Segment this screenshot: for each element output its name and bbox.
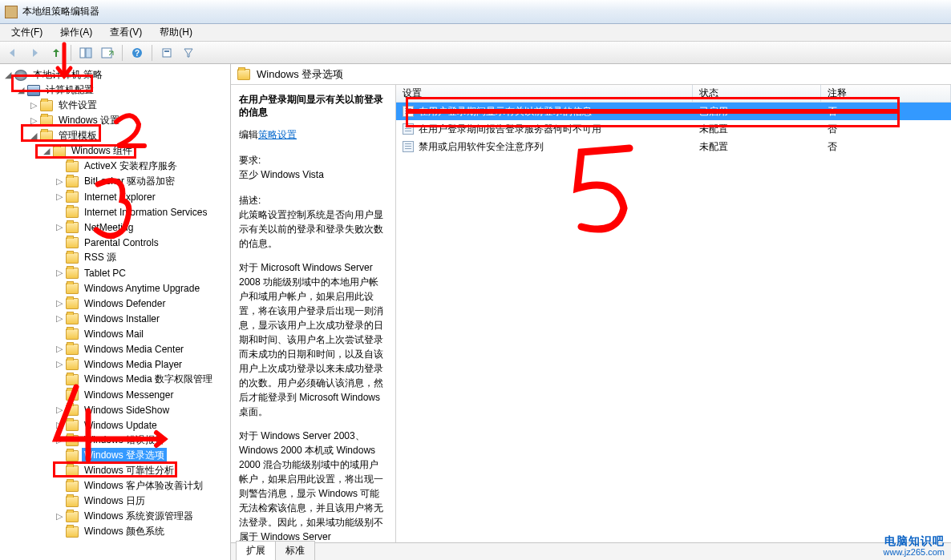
desc-label: 描述: bbox=[239, 193, 387, 207]
tree-item[interactable]: ▷Windows Media Center bbox=[2, 341, 229, 357]
tree-item[interactable]: ▷Windows SideShow bbox=[2, 402, 229, 417]
back-button[interactable] bbox=[3, 44, 22, 62]
chevron-right-icon[interactable]: ▷ bbox=[55, 359, 64, 369]
tree-label: 管理模板 bbox=[56, 128, 99, 143]
tree-item[interactable]: Windows 日历 bbox=[2, 494, 229, 509]
up-button[interactable] bbox=[47, 44, 66, 62]
tree-label: Windows 错误报告 bbox=[82, 433, 167, 448]
requirements: 要求: 至少 Windows Vista bbox=[239, 153, 387, 182]
tree-windows-components[interactable]: ◢ Windows 组件 bbox=[2, 143, 229, 159]
list-body[interactable]: 在用户登录期间显示有关以前登录的信息已启用否在用户登录期间报告登录服务器何时不可… bbox=[396, 103, 951, 542]
tree-item[interactable]: ▷BitLocker 驱动器加密 bbox=[2, 174, 229, 189]
cell-state: 未配置 bbox=[693, 123, 821, 136]
edit-line: 编辑策略设置 bbox=[239, 128, 387, 142]
folder-icon bbox=[237, 69, 250, 80]
chevron-right-icon[interactable]: ▷ bbox=[55, 313, 64, 324]
menu-file[interactable]: 文件(F) bbox=[3, 24, 51, 41]
tab-extended[interactable]: 扩展 bbox=[236, 541, 276, 560]
tree-label: Tablet PC bbox=[82, 267, 128, 280]
chevron-right-icon[interactable]: ▷ bbox=[55, 405, 64, 415]
tree-item[interactable]: ▷Windows 错误报告 bbox=[2, 433, 229, 448]
tree-item[interactable]: ▷Tablet PC bbox=[2, 265, 229, 280]
menu-view[interactable]: 查看(V) bbox=[102, 24, 150, 41]
chevron-right-icon[interactable]: ▷ bbox=[55, 222, 64, 232]
tree-item[interactable]: Windows Messenger bbox=[2, 387, 229, 402]
tree-admin-templates[interactable]: ◢ 管理模板 bbox=[2, 128, 229, 143]
chevron-down-icon[interactable]: ◢ bbox=[42, 146, 51, 156]
list-row[interactable]: 禁用或启用软件安全注意序列未配置否 bbox=[396, 138, 951, 155]
folder-icon bbox=[66, 389, 79, 401]
tree-item[interactable]: Internet Information Services bbox=[2, 204, 229, 220]
chevron-right-icon[interactable]: ▷ bbox=[55, 435, 64, 445]
chevron-down-icon[interactable]: ◢ bbox=[3, 70, 13, 80]
tree-item[interactable]: ▷Windows Update bbox=[2, 417, 229, 433]
col-comment[interactable]: 注释 bbox=[821, 85, 951, 102]
policy-item-icon bbox=[403, 106, 414, 117]
chevron-down-icon[interactable]: ◢ bbox=[29, 131, 38, 141]
tree-item[interactable]: ActiveX 安装程序服务 bbox=[2, 159, 229, 174]
col-setting[interactable]: 设置 bbox=[396, 85, 693, 102]
tree-pane[interactable]: ◢ 本地计算机 策略 ◢ 计算机配置 ▷ 软件设置 ▷ Windows 设置 ◢ bbox=[0, 64, 231, 560]
tree-label: NetMeeting bbox=[82, 221, 136, 234]
chevron-right-icon[interactable]: ▷ bbox=[55, 191, 64, 202]
tree-label: BitLocker 驱动器加密 bbox=[82, 174, 177, 189]
tree-root[interactable]: ◢ 本地计算机 策略 bbox=[2, 67, 229, 83]
svg-rect-5 bbox=[163, 49, 171, 57]
export-list-button[interactable] bbox=[98, 44, 117, 62]
folder-icon bbox=[66, 511, 79, 522]
cell-setting: 禁用或启用软件安全注意序列 bbox=[396, 140, 693, 154]
settings-list: 设置 状态 注释 在用户登录期间显示有关以前登录的信息已启用否在用户登录期间报告… bbox=[396, 85, 951, 542]
watermark-line2: www.jz265.com bbox=[884, 547, 945, 557]
cell-comment: 否 bbox=[821, 105, 951, 119]
tree-item[interactable]: ▷Windows 系统资源管理器 bbox=[2, 509, 229, 524]
tree-item[interactable]: ▷Windows Defender bbox=[2, 296, 229, 311]
col-state[interactable]: 状态 bbox=[693, 85, 821, 102]
tree-item[interactable]: Windows Mail bbox=[2, 326, 229, 341]
tree-item[interactable]: ▷Windows Media Player bbox=[2, 357, 229, 372]
tree-item[interactable]: Windows 颜色系统 bbox=[2, 524, 229, 539]
list-row[interactable]: 在用户登录期间显示有关以前登录的信息已启用否 bbox=[396, 103, 951, 120]
tree-label: Windows Mail bbox=[82, 328, 146, 340]
tree-computer-config[interactable]: ◢ 计算机配置 bbox=[2, 83, 229, 98]
svg-rect-0 bbox=[80, 48, 85, 58]
forward-button[interactable] bbox=[25, 44, 44, 62]
tree-item[interactable]: Windows 可靠性分析 bbox=[2, 463, 229, 478]
properties-button[interactable] bbox=[157, 44, 176, 62]
tree-label: Parental Controls bbox=[82, 236, 161, 249]
tree-item[interactable]: Windows Media 数字权限管理 bbox=[2, 372, 229, 387]
tree-label: ActiveX 安装程序服务 bbox=[82, 159, 180, 174]
help-button[interactable]: ? bbox=[127, 44, 147, 62]
tree-item[interactable]: Parental Controls bbox=[2, 235, 229, 250]
chevron-right-icon[interactable]: ▷ bbox=[55, 511, 64, 522]
tree-item[interactable]: ▷NetMeeting bbox=[2, 220, 229, 235]
tree-item[interactable]: ▷ Windows 设置 bbox=[2, 113, 229, 128]
show-hide-tree-button[interactable] bbox=[76, 44, 95, 62]
tree-item[interactable]: ▷Windows Installer bbox=[2, 311, 229, 326]
toolbar-separator bbox=[122, 45, 123, 61]
tree-item[interactable]: ▷Internet Explorer bbox=[2, 189, 229, 204]
chevron-down-icon[interactable]: ◢ bbox=[16, 85, 26, 95]
tree-label: Windows Media Player bbox=[82, 358, 184, 371]
chevron-right-icon[interactable]: ▷ bbox=[29, 115, 38, 126]
tree-label: Windows 组件 bbox=[69, 143, 135, 159]
menu-action[interactable]: 操作(A) bbox=[52, 24, 100, 41]
folder-icon bbox=[66, 405, 79, 416]
tab-standard[interactable]: 标准 bbox=[275, 541, 315, 560]
chevron-right-icon[interactable]: ▷ bbox=[55, 344, 64, 354]
chevron-right-icon[interactable]: ▷ bbox=[55, 268, 64, 278]
tree-item[interactable]: RSS 源 bbox=[2, 250, 229, 265]
tree-item[interactable]: ▷ 软件设置 bbox=[2, 98, 229, 113]
chevron-right-icon[interactable]: ▷ bbox=[55, 298, 64, 308]
chevron-right-icon[interactable]: ▷ bbox=[29, 100, 38, 111]
filter-button[interactable] bbox=[179, 44, 198, 62]
chevron-right-icon[interactable]: ▷ bbox=[55, 420, 64, 430]
list-row[interactable]: 在用户登录期间报告登录服务器何时不可用未配置否 bbox=[396, 120, 951, 138]
menu-help[interactable]: 帮助(H) bbox=[152, 24, 200, 41]
tree-item[interactable]: Windows 登录选项 bbox=[2, 448, 229, 463]
tree-item[interactable]: Windows 客户体验改善计划 bbox=[2, 478, 229, 494]
folder-icon bbox=[66, 252, 79, 264]
cell-setting: 在用户登录期间显示有关以前登录的信息 bbox=[396, 105, 693, 119]
edit-policy-link[interactable]: 策略设置 bbox=[258, 129, 297, 140]
chevron-right-icon[interactable]: ▷ bbox=[55, 176, 64, 187]
tree-item[interactable]: Windows Anytime Upgrade bbox=[2, 280, 229, 296]
